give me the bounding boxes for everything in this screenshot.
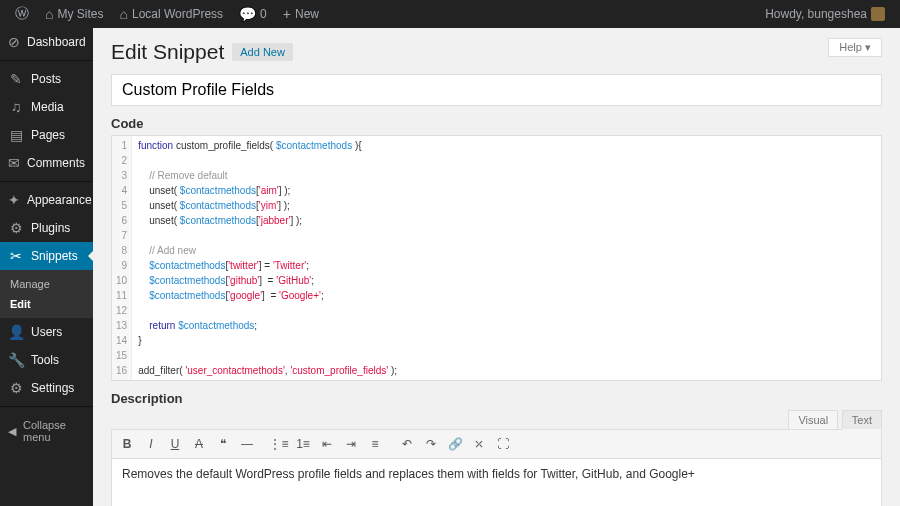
description-label: Description (111, 391, 882, 406)
scissors-icon: ✂ (8, 248, 24, 264)
users-icon: 👤 (8, 324, 24, 340)
redo-button[interactable]: ↷ (420, 433, 442, 455)
add-new-button[interactable]: Add New (232, 43, 293, 61)
site-name-link[interactable]: ⌂Local WordPress (112, 0, 230, 28)
collapse-icon: ◀ (8, 425, 16, 438)
line-numbers: 12345678910111213141516 (112, 136, 132, 380)
italic-button[interactable]: I (140, 433, 162, 455)
code-textarea[interactable]: function custom_profile_fields( $contact… (132, 136, 881, 380)
menu-settings[interactable]: ⚙Settings (0, 374, 93, 402)
submenu-snippets: Manage Edit (0, 270, 93, 318)
link-button[interactable]: 🔗 (444, 433, 466, 455)
indent-button[interactable]: ⇥ (340, 433, 362, 455)
menu-pages[interactable]: ▤Pages (0, 121, 93, 149)
underline-button[interactable]: U (164, 433, 186, 455)
code-label: Code (111, 116, 882, 131)
user-account-link[interactable]: Howdy, bungeshea (758, 0, 892, 28)
ul-button[interactable]: ⋮≡ (268, 433, 290, 455)
media-icon: ♫ (8, 99, 24, 115)
editor-toolbar: B I U A ❝ — ⋮≡ 1≡ ⇤ ⇥ ≡ ↶ ↷ 🔗 ⤫ ⛶ (111, 429, 882, 459)
plugin-icon: ⚙ (8, 220, 24, 236)
brush-icon: ✦ (8, 192, 20, 208)
bold-button[interactable]: B (116, 433, 138, 455)
pin-icon: ✎ (8, 71, 24, 87)
help-tab[interactable]: Help ▾ (828, 38, 882, 57)
code-editor[interactable]: 12345678910111213141516 function custom_… (111, 135, 882, 381)
comment-icon: ✉ (8, 155, 20, 171)
snippet-title-input[interactable] (111, 74, 882, 106)
visual-tab[interactable]: Visual (788, 410, 838, 430)
admin-sidebar: ⊘Dashboard ✎Posts ♫Media ▤Pages ✉Comment… (0, 28, 93, 506)
fullscreen-button[interactable]: ⛶ (492, 433, 514, 455)
settings-icon: ⚙ (8, 380, 24, 396)
menu-comments[interactable]: ✉Comments (0, 149, 93, 177)
submenu-manage[interactable]: Manage (0, 274, 93, 294)
ol-button[interactable]: 1≡ (292, 433, 314, 455)
page-title: Edit Snippet (111, 40, 224, 64)
comments-link[interactable]: 💬0 (232, 0, 274, 28)
menu-snippets[interactable]: ✂Snippets (0, 242, 93, 270)
menu-dashboard[interactable]: ⊘Dashboard (0, 28, 93, 56)
new-content-link[interactable]: +New (276, 0, 326, 28)
menu-posts[interactable]: ✎Posts (0, 65, 93, 93)
menu-media[interactable]: ♫Media (0, 93, 93, 121)
wp-logo[interactable]: ⓦ (8, 0, 36, 28)
page-icon: ▤ (8, 127, 24, 143)
unlink-button[interactable]: ⤫ (468, 433, 490, 455)
collapse-menu[interactable]: ◀Collapse menu (0, 411, 93, 451)
hr-button[interactable]: — (236, 433, 258, 455)
dashboard-icon: ⊘ (8, 34, 20, 50)
menu-users[interactable]: 👤Users (0, 318, 93, 346)
outdent-button[interactable]: ⇤ (316, 433, 338, 455)
align-button[interactable]: ≡ (364, 433, 386, 455)
submenu-edit[interactable]: Edit (0, 294, 93, 314)
text-tab[interactable]: Text (842, 410, 882, 430)
main-content: Edit Snippet Add New Help ▾ Code 1234567… (93, 28, 900, 506)
avatar (871, 7, 885, 21)
admin-toolbar: ⓦ ⌂My Sites ⌂Local WordPress 💬0 +New How… (0, 0, 900, 28)
description-editor[interactable]: Removes the default WordPress profile fi… (111, 459, 882, 506)
menu-tools[interactable]: 🔧Tools (0, 346, 93, 374)
my-sites-link[interactable]: ⌂My Sites (38, 0, 110, 28)
menu-plugins[interactable]: ⚙Plugins (0, 214, 93, 242)
strike-button[interactable]: A (188, 433, 210, 455)
quote-button[interactable]: ❝ (212, 433, 234, 455)
menu-appearance[interactable]: ✦Appearance (0, 186, 93, 214)
undo-button[interactable]: ↶ (396, 433, 418, 455)
tools-icon: 🔧 (8, 352, 24, 368)
